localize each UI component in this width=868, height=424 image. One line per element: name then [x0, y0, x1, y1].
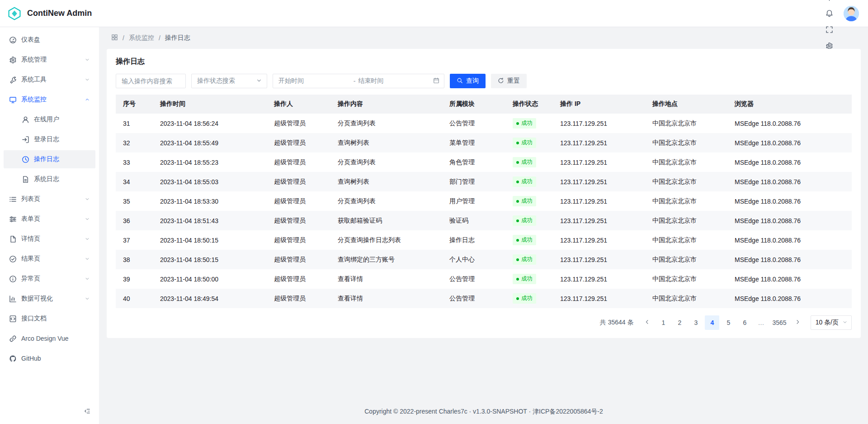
breadcrumb-home[interactable] — [111, 34, 118, 42]
status-select[interactable]: 操作状态搜索 — [191, 74, 267, 88]
cell: 123.117.129.251 — [553, 114, 645, 133]
cell: 2023-11-04 18:50:15 — [153, 250, 267, 269]
chevron-down-icon — [85, 57, 90, 62]
sidebar-item-github[interactable]: GitHub — [4, 349, 95, 367]
status-dot-icon — [516, 219, 519, 222]
sidebar-item-label: 数据可视化 — [21, 295, 80, 303]
table-row: 392023-11-04 18:50:00超级管理员查看详情公告管理成功123.… — [116, 269, 852, 289]
cell: 123.117.129.251 — [553, 289, 645, 308]
cell: MSEdge 118.0.2088.76 — [727, 114, 852, 133]
status-badge: 成功 — [513, 235, 536, 245]
status-dot-icon — [516, 258, 519, 261]
date-range-picker[interactable]: 开始时间 - 结束时间 — [273, 74, 444, 88]
search-icon — [457, 77, 463, 84]
sidebar-item-detail-page[interactable]: 详情页 — [4, 230, 95, 248]
cell: 查看详情 — [330, 269, 442, 289]
sidebar-item-system-log[interactable]: 系统日志 — [4, 170, 95, 188]
sidebar-item-form-page[interactable]: 表单页 — [4, 210, 95, 228]
sidebar-item-label: 系统管理 — [21, 56, 80, 64]
pagination: 共 35644 条 123456…3565 10 条/页 — [116, 308, 852, 330]
pagination-more-button[interactable]: … — [754, 315, 768, 330]
reset-button[interactable]: 重置 — [491, 74, 527, 88]
pagination-pages: 123456…3565 — [656, 315, 788, 330]
sidebar-item-dashboard[interactable]: 仪表盘 — [4, 31, 95, 49]
sidebar-item-label: 列表页 — [21, 195, 80, 203]
sidebar-item-system-monitor[interactable]: 系统监控 — [4, 91, 95, 109]
column-header-1: 操作时间 — [153, 95, 267, 114]
content-search-input[interactable] — [116, 74, 186, 88]
sidebar-item-operation-log[interactable]: 操作日志 — [4, 150, 95, 168]
status-badge: 成功 — [513, 196, 536, 206]
pagination-prev-button[interactable] — [640, 315, 654, 330]
tool-icon — [9, 76, 17, 84]
logo[interactable]: ContiNew Admin — [7, 6, 92, 21]
status-text: 成功 — [521, 275, 533, 283]
pagination-page-5[interactable]: 5 — [721, 315, 736, 330]
table-row: 362023-11-04 18:51:43超级管理员获取邮箱验证码验证码成功12… — [116, 211, 852, 230]
status-text: 成功 — [521, 197, 533, 205]
pagination-page-3565[interactable]: 3565 — [770, 315, 788, 330]
cell: 34 — [116, 172, 153, 191]
sidebar-item-online-users[interactable]: 在线用户 — [4, 110, 95, 129]
pagination-page-4[interactable]: 4 — [705, 315, 719, 330]
sidebar-collapse-button[interactable] — [80, 405, 94, 419]
query-button-label: 查询 — [466, 77, 479, 85]
user-icon — [22, 116, 29, 124]
cell: 公告管理 — [442, 269, 505, 289]
sidebar-item-data-visualization[interactable]: 数据可视化 — [4, 290, 95, 308]
cell: MSEdge 118.0.2088.76 — [727, 230, 852, 250]
cell: 验证码 — [442, 211, 505, 230]
cell: 中国北京北京市 — [645, 211, 727, 230]
right-icon — [795, 319, 801, 325]
chevron-down-icon — [85, 236, 90, 242]
status-text: 成功 — [521, 158, 533, 166]
sidebar-item-arco-design-vue[interactable]: Arco Design Vue — [4, 329, 95, 348]
sidebar-item-label: 表单页 — [21, 215, 80, 223]
cell: MSEdge 118.0.2088.76 — [727, 211, 852, 230]
cell-status: 成功 — [505, 152, 553, 172]
query-button[interactable]: 查询 — [450, 74, 486, 88]
sidebar-item-list-page[interactable]: 列表页 — [4, 190, 95, 208]
column-header-4: 所属模块 — [442, 95, 505, 114]
cell: 123.117.129.251 — [553, 211, 645, 230]
history-icon — [22, 156, 29, 163]
cell: 分页查询列表 — [330, 152, 442, 172]
cell: 分页查询列表 — [330, 114, 442, 133]
cell: 超级管理员 — [267, 152, 330, 172]
column-header-5: 操作状态 — [505, 95, 553, 114]
cell: MSEdge 118.0.2088.76 — [727, 172, 852, 191]
cell: 2023-11-04 18:50:00 — [153, 269, 267, 289]
file-icon — [9, 235, 17, 243]
cell-status: 成功 — [505, 133, 553, 152]
sidebar-item-exception-page[interactable]: 异常页 — [4, 270, 95, 288]
sidebar-item-system-management[interactable]: 系统管理 — [4, 51, 95, 69]
sidebar-item-login-log[interactable]: 登录日志 — [4, 130, 95, 148]
status-text: 成功 — [521, 119, 533, 127]
notification-button[interactable] — [821, 5, 837, 22]
sidebar-item-system-tools[interactable]: 系统工具 — [4, 71, 95, 89]
cell-status: 成功 — [505, 172, 553, 191]
theme-toggle-button[interactable] — [821, 0, 837, 5]
pagination-page-6[interactable]: 6 — [737, 315, 752, 330]
chevron-down-icon — [85, 216, 90, 222]
gear-icon — [9, 56, 17, 64]
page-size-select[interactable]: 10 条/页 — [811, 315, 852, 330]
sidebar-item-label: 结果页 — [21, 255, 80, 263]
table-row: 352023-11-04 18:53:30超级管理员分页查询列表用户管理成功12… — [116, 191, 852, 211]
pagination-page-3[interactable]: 3 — [689, 315, 703, 330]
pagination-page-1[interactable]: 1 — [656, 315, 670, 330]
pagination-next-button[interactable] — [791, 315, 805, 330]
pagination-page-2[interactable]: 2 — [672, 315, 687, 330]
cell: 39 — [116, 269, 153, 289]
sidebar-item-result-page[interactable]: 结果页 — [4, 250, 95, 268]
avatar-image — [844, 6, 859, 21]
chevron-down-icon — [85, 256, 90, 262]
cell: 32 — [116, 133, 153, 152]
status-dot-icon — [516, 122, 519, 125]
table-row: 322023-11-04 18:55:49超级管理员查询树列表菜单管理成功123… — [116, 133, 852, 152]
breadcrumb-item-system-monitor[interactable]: 系统监控 — [129, 34, 154, 42]
user-avatar[interactable] — [844, 6, 859, 21]
breadcrumb-separator: / — [159, 34, 160, 42]
sidebar-item-api-docs[interactable]: 接口文档 — [4, 310, 95, 328]
cell: 操作日志 — [442, 230, 505, 250]
